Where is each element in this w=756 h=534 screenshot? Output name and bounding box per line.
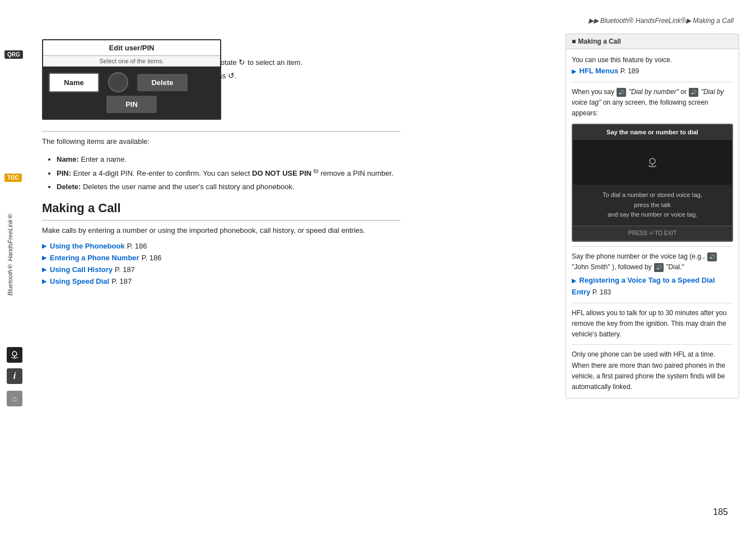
right-panel-header: ■ Making a Call bbox=[566, 34, 739, 49]
right-panel-para5: Only one phone can be used with HFL at a… bbox=[572, 349, 733, 392]
right-panel-header-icon: ■ bbox=[572, 38, 576, 45]
dialog-body: Name Delete PIN bbox=[43, 67, 220, 119]
voice-screen: Say the name or number to dial To dial a… bbox=[572, 124, 733, 242]
breadcrumb: ▶▶ Bluetooth® HandsFreeLink®▶ Making a C… bbox=[589, 17, 734, 25]
item-name-desc: Enter a name. bbox=[81, 155, 127, 163]
svg-point-2 bbox=[650, 158, 655, 164]
right-panel: ■ Making a Call You can use this feature… bbox=[566, 34, 739, 399]
dialog-row-1: Name Delete bbox=[49, 72, 214, 92]
dialog-row-2: PIN bbox=[49, 96, 214, 113]
section-divider-2 bbox=[42, 220, 400, 221]
right-panel-voice-tag-ref: ▶ Registering a Voice Tag to a Speed Dia… bbox=[572, 275, 733, 298]
voice-cmd-icon-2: 🔊 bbox=[689, 88, 698, 97]
right-panel-header-title: Making a Call bbox=[578, 38, 621, 45]
voice-icon[interactable] bbox=[7, 347, 22, 363]
voice-screen-body bbox=[573, 140, 732, 185]
list-item-pin: PIN: Enter a 4-digit PIN. Re-enter to co… bbox=[57, 166, 400, 180]
dialog-name-btn[interactable]: Name bbox=[49, 73, 99, 92]
ref-row-speed-dial: ▶ Using Speed Dial P. 187 bbox=[42, 277, 400, 285]
ref-icon-1: ▶ bbox=[42, 242, 46, 250]
right-panel-para3: Say the phone number or the voice tag (e… bbox=[572, 251, 733, 273]
badge-qrg: QRG bbox=[4, 50, 23, 59]
hfl-page: P. bbox=[620, 67, 628, 75]
voice-cmd-icon-1: 🔊 bbox=[617, 88, 626, 97]
ref-page-call-history: P. 187 bbox=[115, 265, 135, 274]
voice-screen-title: Say the name or number to dial bbox=[573, 125, 732, 140]
ref-row-phone-number: ▶ Entering a Phone Number P. 186 bbox=[42, 254, 400, 262]
voice-screen-footer: PRESS ⏎ TO EXIT bbox=[573, 226, 732, 241]
ref-row-call-history: ▶ Using Call History P. 187 bbox=[42, 265, 400, 274]
hfl-ref-icon: ▶ bbox=[572, 67, 576, 77]
ref-icon-4: ▶ bbox=[42, 278, 46, 285]
making-call-heading: Making a Call bbox=[42, 201, 400, 216]
items-intro: The following items are available: bbox=[42, 136, 400, 147]
page-number: 185 bbox=[713, 507, 728, 517]
dialog-title: Edit user/PIN bbox=[43, 40, 220, 56]
voice-tag-ref-icon: ▶ bbox=[572, 276, 576, 286]
item-pin-label: PIN: bbox=[57, 169, 71, 177]
right-panel-content: You can use this feature by voice. ▶ HFL… bbox=[566, 49, 739, 398]
right-panel-divider-4 bbox=[572, 344, 733, 345]
knob-circle bbox=[108, 72, 128, 92]
home-icon[interactable]: ⌂ bbox=[7, 391, 22, 406]
ref-page-speed-dial: P. 187 bbox=[111, 277, 132, 285]
item-delete-desc: Deletes the user name and the user's cal… bbox=[83, 182, 295, 191]
dialog-subtitle: Select one of the items. bbox=[43, 56, 220, 67]
right-panel-divider-2 bbox=[572, 246, 733, 247]
right-panel-box: ■ Making a Call You can use this feature… bbox=[566, 34, 739, 399]
voice-screen-text: To dial a number or stored voice tag,pre… bbox=[573, 185, 732, 226]
ref-icon-3: ▶ bbox=[42, 266, 46, 273]
item-name-label: Name: bbox=[57, 155, 79, 163]
ref-page-phonebook: P. 186 bbox=[127, 242, 147, 250]
hfl-menus-link[interactable]: HFL Menus bbox=[579, 67, 620, 75]
voice-wave-icon bbox=[646, 156, 659, 169]
main-content: Edit user/PIN Select one of the items. N… bbox=[31, 34, 412, 294]
right-panel-para2: When you say 🔊 "Dial by number" or 🔊 "Di… bbox=[572, 87, 733, 119]
voice-tag-ref-page: P. bbox=[592, 288, 600, 296]
ref-icon-2: ▶ bbox=[42, 254, 46, 261]
right-panel-hfl-ref: ▶ HFL Menus P. 189 bbox=[572, 65, 733, 77]
right-panel-divider-1 bbox=[572, 82, 733, 82]
right-panel-para1: You can use this feature by voice. bbox=[572, 55, 733, 65]
ref-link-phone-number[interactable]: Entering a Phone Number bbox=[50, 254, 139, 262]
ref-row-phonebook: ▶ Using the Phonebook P. 186 bbox=[42, 242, 400, 250]
sidebar-bluetooth-label: Bluetooth® HandsFreeLink® bbox=[7, 213, 13, 296]
ref-link-speed-dial[interactable]: Using Speed Dial bbox=[50, 277, 109, 285]
right-panel-para4: HFL allows you to talk for up to 30 minu… bbox=[572, 308, 733, 340]
item-pin-desc: Enter a 4-digit PIN. Re-enter to confirm… bbox=[73, 169, 394, 177]
ref-page-phone-number: P. 186 bbox=[142, 254, 162, 262]
items-list: Name: Enter a name. PIN: Enter a 4-digit… bbox=[48, 153, 400, 194]
right-panel-divider-3 bbox=[572, 303, 733, 303]
making-call-body: Make calls by entering a number or using… bbox=[42, 225, 400, 236]
voice-cmd-icon-3: 🔊 bbox=[707, 252, 717, 261]
svg-point-0 bbox=[12, 352, 17, 356]
voice-cmd-icon-4: 🔊 bbox=[654, 263, 664, 272]
edit-pin-dialog: Edit user/PIN Select one of the items. N… bbox=[42, 39, 221, 120]
ref-link-phonebook[interactable]: Using the Phonebook bbox=[50, 242, 125, 250]
voice-symbol-icon bbox=[10, 350, 20, 360]
sidebar: QRG TOC Bluetooth® HandsFreeLink® i ⌂ bbox=[0, 0, 31, 534]
dialog-delete-btn[interactable]: Delete bbox=[137, 74, 188, 91]
ref-link-call-history[interactable]: Using Call History bbox=[50, 265, 113, 274]
list-item-name: Name: Enter a name. bbox=[57, 153, 400, 166]
item-delete-label: Delete: bbox=[57, 182, 81, 191]
dialog-pin-btn[interactable]: PIN bbox=[106, 96, 157, 113]
badge-toc: TOC bbox=[4, 174, 22, 182]
info-icon[interactable]: i bbox=[7, 368, 22, 384]
section-divider-1 bbox=[42, 131, 400, 132]
list-item-delete: Delete: Deletes the user name and the us… bbox=[57, 180, 400, 193]
